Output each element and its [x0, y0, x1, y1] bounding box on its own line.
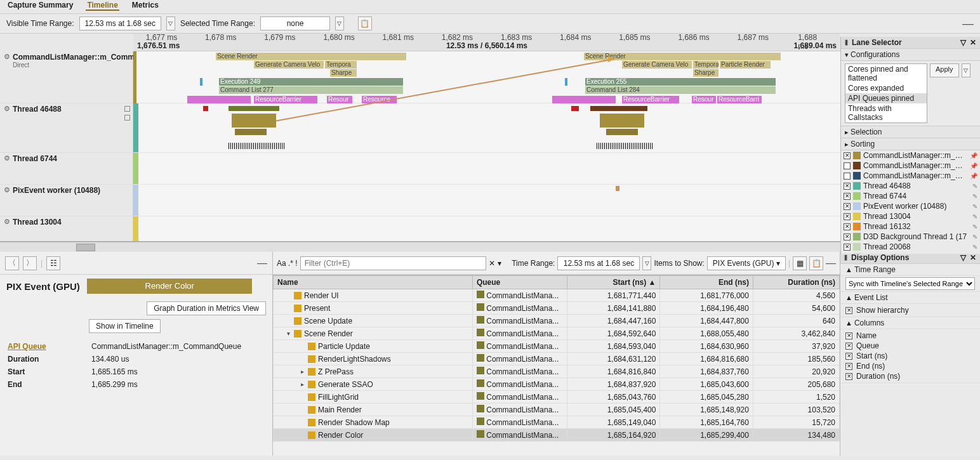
timerange-dropdown[interactable]: ▽: [642, 256, 651, 270]
activity-bar[interactable]: [600, 114, 644, 128]
pin-icon[interactable]: ✎: [972, 254, 977, 254]
lane-list-row[interactable]: Thread 46488 ✎: [841, 181, 980, 191]
pin-icon[interactable]: ✎: [972, 244, 977, 251]
bar-execution[interactable]: Execution 255: [585, 78, 776, 86]
bar-generate-camera[interactable]: Generate Camera Velo: [254, 61, 324, 69]
grip-icon[interactable]: ⦀: [845, 38, 848, 47]
api-queue-link[interactable]: API Queue: [8, 342, 46, 351]
activity-bar[interactable]: [203, 106, 208, 111]
col-name[interactable]: Name: [274, 276, 473, 289]
lane-checkbox[interactable]: [844, 173, 851, 180]
minimize-icon[interactable]: —: [962, 17, 974, 30]
column-checkbox[interactable]: [845, 343, 852, 350]
bar-command-list[interactable]: Command List 284: [585, 86, 776, 94]
config-item[interactable]: API Queues pinned: [845, 93, 927, 103]
activity-bar[interactable]: [232, 114, 276, 128]
activity-bar[interactable]: [571, 106, 579, 111]
selected-range-input[interactable]: none: [260, 16, 330, 30]
gear-icon[interactable]: ⚙: [4, 53, 10, 61]
lane-list-row[interactable]: Thread 20196 ✎: [841, 252, 980, 254]
lane-label-thread-6744[interactable]: ⚙ Thread 6744: [0, 153, 133, 185]
lane-list-row[interactable]: Thread 16132 ✎: [841, 221, 980, 232]
tab-capture-summary[interactable]: Capture Summary: [6, 1, 74, 11]
tab-metrics[interactable]: Metrics: [131, 1, 160, 11]
gear-icon[interactable]: ⚙: [4, 218, 10, 226]
lane-checkbox[interactable]: [844, 223, 851, 230]
col-end[interactable]: End (ns): [660, 276, 753, 289]
col-queue[interactable]: Queue: [472, 276, 567, 289]
time-ruler[interactable]: 1,676.51 ms 1,689.04 ms 12.53 ms / 6,560…: [133, 34, 840, 51]
pin-icon[interactable]: ✎: [972, 183, 977, 190]
show-in-timeline-button[interactable]: Show in Timeline: [89, 319, 161, 333]
bar-execution[interactable]: Execution 249: [219, 78, 403, 86]
expand-icon[interactable]: ▾: [285, 330, 291, 337]
bar-resource-barrier[interactable]: Resour: [327, 96, 352, 103]
bar-resource-barrier[interactable]: ResourceBarri: [717, 96, 762, 103]
expand-icon[interactable]: ▸: [299, 381, 305, 388]
lane-checkbox[interactable]: [844, 193, 851, 200]
apply-dropdown[interactable]: ▽: [962, 63, 970, 77]
gear-icon[interactable]: ⚙: [4, 154, 10, 162]
activity-bar[interactable]: [590, 106, 647, 111]
table-row[interactable]: Scene Update CommandListMana... 1,684,44…: [274, 315, 840, 327]
pin-icon[interactable]: ✎: [972, 193, 977, 200]
bar-temporal[interactable]: Tempora: [325, 61, 357, 69]
lane-checkbox[interactable]: [844, 152, 851, 159]
lane-checkbox[interactable]: [124, 106, 130, 112]
bar-resource-barrier[interactable]: [187, 96, 251, 103]
minimize-icon[interactable]: —: [826, 258, 836, 269]
bar-temporal[interactable]: Tempora: [693, 61, 718, 69]
lane-list-row[interactable]: D3D Background Thread 1 (17 ✎: [841, 232, 980, 242]
config-item[interactable]: Threads with Callstacks: [845, 103, 927, 122]
table-row[interactable]: ▾ Scene Render CommandListMana... 1,684,…: [274, 327, 840, 340]
column-checkbox[interactable]: [845, 373, 852, 380]
section-sorting[interactable]: ▸ Sorting: [841, 138, 980, 150]
pin-icon[interactable]: 📌: [970, 152, 977, 159]
close-icon[interactable]: ✕: [970, 253, 976, 262]
dropdown-icon[interactable]: ▽: [960, 38, 966, 47]
tree-icon[interactable]: ☷: [46, 256, 60, 270]
lane-checkbox[interactable]: [844, 162, 851, 169]
section-time-range[interactable]: Time Range: [854, 265, 896, 274]
lane-checkbox[interactable]: [844, 233, 851, 240]
bar-particle-render[interactable]: Particle Render: [720, 61, 771, 69]
filter-dropdown-icon[interactable]: ▾: [498, 259, 501, 268]
pin-icon[interactable]: ✎: [972, 223, 977, 230]
timerange-input[interactable]: 12.53 ms at 1.68 sec: [557, 256, 640, 270]
lane-checkbox[interactable]: [844, 213, 851, 220]
lane-label-thread-46488[interactable]: ⚙ Thread 46488: [0, 103, 133, 153]
table-row[interactable]: ▸ Generate SSAO CommandListMana... 1,684…: [274, 378, 840, 391]
graph-duration-button[interactable]: Graph Duration in Metrics View: [147, 301, 266, 315]
lane-list-row[interactable]: CommandListManager::m_Cor 📌: [841, 161, 980, 171]
visible-range-input[interactable]: 12.53 ms at 1.68 sec: [79, 16, 161, 30]
pin-icon[interactable]: ✎: [972, 233, 977, 240]
scrollbar-thumb[interactable]: [76, 244, 95, 251]
forward-button[interactable]: 〉: [23, 256, 37, 270]
section-columns[interactable]: Columns: [854, 319, 884, 327]
lane-list-row[interactable]: Thread 20068 ✎: [841, 242, 980, 252]
table-row[interactable]: Particle Update CommandListMana... 1,684…: [274, 340, 840, 353]
lane-list-row[interactable]: PixEvent worker (10488) ✎: [841, 201, 980, 211]
bar-scene-render[interactable]: Scene Render: [216, 53, 406, 60]
checkbox-show-hierarchy[interactable]: [845, 307, 852, 314]
lane-checkbox[interactable]: [844, 254, 851, 254]
bar-sharpen[interactable]: Sharpe: [693, 69, 718, 77]
activity-bar[interactable]: [606, 129, 638, 135]
lane-label-pixevent-worker[interactable]: ⚙ PixEvent worker (10488): [0, 185, 133, 216]
lane-list-row[interactable]: CommandListManager::m_Cor 📌: [841, 171, 980, 181]
back-button[interactable]: 〈: [5, 256, 19, 270]
apply-button[interactable]: Apply: [930, 63, 959, 77]
clipboard-icon[interactable]: 📋: [358, 16, 372, 30]
config-item[interactable]: Cores expanded: [845, 83, 927, 93]
lane-label-thread-13004[interactable]: ⚙ Thread 13004: [0, 216, 133, 242]
table-row[interactable]: RenderLightShadows CommandListMana... 1,…: [274, 353, 840, 365]
layout-icon[interactable]: ▦: [793, 256, 807, 270]
event-table[interactable]: Name Queue Start (ns) ▲ End (ns) Duratio…: [273, 275, 840, 442]
table-row[interactable]: Render Shadow Map CommandListMana... 1,6…: [274, 416, 840, 429]
section-event-list[interactable]: Event List: [854, 293, 888, 302]
lane-checkbox[interactable]: [844, 203, 851, 210]
table-row[interactable]: Render Color CommandListMana... 1,685,16…: [274, 429, 840, 442]
pin-icon[interactable]: ✎: [972, 203, 977, 210]
section-configurations[interactable]: ▾ Configurations: [841, 49, 980, 61]
minimize-icon[interactable]: —: [257, 258, 267, 269]
